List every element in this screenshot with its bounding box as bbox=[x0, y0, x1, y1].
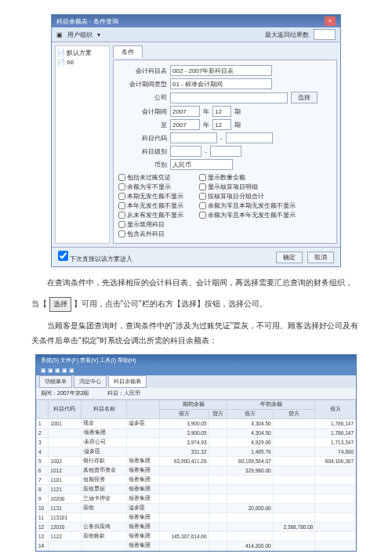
col-header: 年初余额 bbox=[227, 400, 315, 410]
window-menubar: 系统(S) 文件(F) 查看(V) 工具(I) 帮助(H) bbox=[36, 355, 356, 366]
dialog-titlebar: 科目余额表 · 条件查询 × bbox=[52, 15, 340, 27]
col-header: 科目名称 bbox=[81, 400, 127, 419]
checkbox-option[interactable]: 按核算项目分组合计 bbox=[199, 192, 296, 201]
col-header: 期初余额 bbox=[159, 400, 227, 410]
condition-form: 会计科目表 002 - 2007年新科目表 会计期间类型 01 - 标准会计期间… bbox=[113, 60, 337, 244]
max-results-label: 最大返回结果数 bbox=[265, 31, 309, 39]
label: 科目级别 bbox=[118, 147, 167, 156]
window-toolbar: ▣ ▣ ▣ ▣ ▣ bbox=[36, 366, 356, 375]
select-company-button[interactable]: 选择 bbox=[291, 92, 318, 103]
col-header: 借方 bbox=[315, 400, 356, 419]
sidebar-item[interactable]: 📄 默认方案 bbox=[57, 48, 107, 58]
checkbox-area: 包括未过账凭证 余额为零不显示 本期无发生额不显示 本年无发生额不显示 从未有发… bbox=[118, 173, 332, 238]
year-from-input[interactable]: 2007 bbox=[170, 106, 200, 117]
year-to-input[interactable]: 2007 bbox=[170, 119, 200, 130]
paragraph: 当顾客是集团查询时，查询条件中的"涉及为过账凭证"置灰，不可用。顾客选择好公司及… bbox=[31, 318, 361, 348]
paragraph: 当【 选择 】可用，点击"公司"栏的右方【选择】按钮，选择公司。 bbox=[31, 296, 361, 312]
save-icon[interactable]: ▣ bbox=[56, 31, 63, 38]
col-header: 贷方 bbox=[209, 410, 227, 419]
table-row[interactable]: 101131应收溢多臣20,000.00 bbox=[37, 504, 356, 513]
tab-strip: 功能菜单 消息中心 科目余额表 bbox=[36, 375, 356, 388]
balance-report-window: 系统(S) 文件(F) 查看(V) 工具(I) 帮助(H) ▣ ▣ ▣ ▣ ▣ … bbox=[35, 354, 357, 552]
select-button-inline: 选择 bbox=[49, 297, 71, 312]
close-icon[interactable]: × bbox=[325, 16, 336, 26]
label: 至 bbox=[118, 121, 167, 129]
tab[interactable]: 科目余额表 bbox=[108, 375, 147, 388]
max-results-input[interactable] bbox=[314, 29, 336, 40]
label: 科目代码 bbox=[118, 134, 167, 143]
ok-button[interactable]: 确定 bbox=[276, 252, 303, 263]
table-row[interactable]: 11001现金溢多臣3,900.054,304.501,786,147 bbox=[37, 419, 356, 429]
tab[interactable]: 功能菜单 bbox=[39, 375, 72, 388]
table-row[interactable]: 51002银行存款领香集团63,900,411.2880,109,584.076… bbox=[37, 457, 356, 466]
table-row[interactable]: 71101短期投资领香集团 bbox=[37, 476, 356, 485]
company-input[interactable] bbox=[170, 92, 288, 103]
level-to-input[interactable] bbox=[210, 146, 241, 157]
label: 币别 bbox=[118, 161, 167, 169]
sidebar-item[interactable]: 📄 66 bbox=[57, 58, 107, 67]
table-row[interactable]: 2·领香集团3,900.054,304.501,786,147 bbox=[37, 429, 356, 438]
tab-conditions[interactable]: 条件 bbox=[113, 45, 143, 58]
paragraph: 在查询条件中，先选择相应的会计科目表、会计期间，再选择需要汇总查询的财务组织， bbox=[31, 275, 361, 290]
checkbox-option[interactable]: 显示禁用科目 bbox=[118, 220, 183, 229]
query-dialog: 科目余额表 · 条件查询 × ▣ 用户组织▾ 最大返回结果数 📄 默认方案 📄 … bbox=[51, 14, 341, 267]
col-header: 借方 bbox=[227, 410, 273, 419]
table-row[interactable]: 14领香集团414,200.00 bbox=[37, 541, 356, 551]
checkbox-option[interactable]: 显示数量金额 bbox=[199, 173, 296, 182]
checkbox-option[interactable]: 从未有发生额不显示 bbox=[118, 211, 183, 219]
report-header: 期间：2007年第3期 科目：人民币 bbox=[36, 388, 356, 400]
currency-select[interactable]: 人民币 bbox=[170, 159, 233, 170]
table-row[interactable]: 4·溢多臣331.321,485.7874,800 bbox=[37, 447, 356, 457]
col-header: 科目代码 bbox=[49, 400, 81, 419]
table-row[interactable]: 61012其他货币资金领香集团329,980.00 bbox=[37, 466, 356, 476]
remember-scheme-checkbox[interactable]: 下次直接以该方案进入 bbox=[58, 251, 132, 263]
label: 会计科目表 bbox=[118, 67, 167, 75]
checkbox-option[interactable]: 包含表外科目 bbox=[118, 230, 183, 238]
period-from-input[interactable]: 12 bbox=[212, 106, 231, 117]
dialog-title: 科目余额表 · 条件查询 bbox=[56, 17, 118, 26]
checkbox-option[interactable]: 显示核算项目明细 bbox=[199, 183, 296, 191]
chevron-down-icon: ▾ bbox=[97, 31, 100, 38]
dialog-toolbar: ▣ 用户组织▾ 最大返回结果数 bbox=[52, 27, 340, 42]
code-from-input[interactable] bbox=[170, 132, 217, 143]
code-to-input[interactable] bbox=[226, 132, 273, 143]
tab[interactable]: 消息中心 bbox=[74, 375, 107, 388]
table-row[interactable]: 1212020公务供应商领香集团2,388,780.00 bbox=[37, 523, 356, 532]
checkbox-option[interactable]: 余额为零不显示 bbox=[118, 183, 183, 191]
level-from-input[interactable] bbox=[170, 146, 201, 157]
checkbox-option[interactable]: 包括未过账凭证 bbox=[118, 173, 183, 182]
scheme-sidebar: 📄 默认方案 📄 66 bbox=[55, 45, 110, 244]
label: 公司 bbox=[118, 93, 167, 102]
table-row[interactable]: 3·美容公司3,974.934,929.001,713,347 bbox=[37, 438, 356, 447]
balance-table: 科目代码 科目名称 期初余额 年初余额 借方 借方 贷方 借方 贷方 11001… bbox=[36, 400, 356, 551]
table-row[interactable]: 81121应收票据领香集团 bbox=[37, 485, 356, 494]
period-type-select[interactable]: 01 - 标准会计期间 bbox=[170, 78, 272, 89]
checkbox-option[interactable]: 余额为零且本年无发生额不显示 bbox=[199, 211, 296, 219]
dialog-footer: 下次直接以该方案进入 确定 取消 bbox=[52, 247, 340, 266]
table-row[interactable]: 11113101领香集团 bbox=[37, 513, 356, 523]
cancel-button[interactable]: 取消 bbox=[307, 252, 334, 263]
user-org-dropdown[interactable]: 用户组织 bbox=[67, 31, 93, 39]
col-header: 贷方 bbox=[273, 410, 315, 419]
account-table-select[interactable]: 002 - 2007年新科目表 bbox=[170, 65, 272, 76]
checkbox-option[interactable]: 余额为零且本期无发生额不显示 bbox=[199, 201, 296, 210]
label: 会计期间 bbox=[118, 107, 167, 116]
label: 会计期间类型 bbox=[118, 80, 167, 89]
checkbox-option[interactable]: 本年无发生额不显示 bbox=[118, 201, 183, 210]
table-row[interactable]: 910200兰油卡押金领香集团 bbox=[37, 494, 356, 504]
checkbox-option[interactable]: 本期无发生额不显示 bbox=[118, 192, 183, 201]
period-to-input[interactable]: 12 bbox=[212, 119, 231, 130]
table-row[interactable]: 131122应收账款领香集团145,307,614.66 bbox=[37, 532, 356, 541]
col-header: 借方 bbox=[159, 410, 209, 419]
